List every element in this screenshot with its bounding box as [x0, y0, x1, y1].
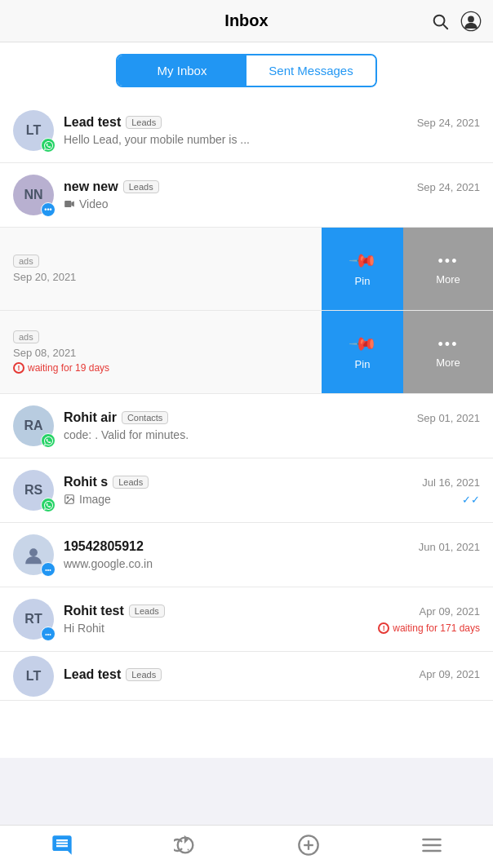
tabs: My Inbox Sent Messages [116, 54, 377, 87]
avatar: LT [13, 110, 54, 151]
list-item[interactable]: ••• 19542805912 Jun 01, 2021 www.google.… [0, 523, 493, 587]
nav-item-refresh[interactable] [161, 834, 210, 857]
message-list: LT Lead test Leads Sep 24, 2021 Hello Le… [0, 99, 493, 758]
message-preview: www.google.co.in [64, 557, 480, 570]
message-preview: Video [64, 197, 480, 210]
avatar: RS [13, 470, 54, 511]
message-header: Lead test Leads Sep 24, 2021 [64, 115, 480, 130]
message-content: Rohit air Contacts Sep 01, 2021 code: . … [64, 410, 480, 441]
refresh-nav-icon [174, 834, 197, 857]
message-header: Rohit test Leads Apr 09, 2021 [64, 604, 480, 618]
list-item[interactable]: LT Lead test Leads Apr 09, 2021 [0, 652, 493, 701]
double-check-icon: ✓✓ [462, 494, 480, 506]
header-icons [429, 11, 482, 32]
svg-marker-5 [71, 202, 74, 207]
chat-nav-icon [51, 834, 73, 857]
svg-point-7 [67, 497, 69, 498]
dots-icon: ••• [438, 336, 459, 353]
message-content: new new Leads Sep 24, 2021 Video [64, 179, 480, 210]
pin-icon: 📌 [347, 246, 377, 276]
menu-nav-icon [420, 834, 443, 857]
chat-badge: ••• [41, 202, 56, 217]
svg-line-1 [443, 24, 447, 29]
dots-icon: ••• [438, 253, 459, 270]
add-nav-icon [297, 834, 320, 857]
tab-my-inbox[interactable]: My Inbox [118, 55, 246, 86]
nav-item-menu[interactable] [407, 834, 456, 857]
message-header: new new Leads Sep 24, 2021 [64, 179, 480, 194]
message-name: Rohit s Leads [64, 475, 149, 489]
whatsapp-badge [41, 498, 56, 512]
profile-icon[interactable] [460, 11, 482, 32]
video-icon [64, 198, 75, 210]
message-name: new new Leads [64, 179, 159, 194]
svg-rect-4 [64, 201, 71, 207]
message-name: 19542805912 [64, 539, 144, 554]
message-name: Lead test Leads [64, 667, 162, 682]
whatsapp-badge [41, 433, 56, 448]
bottom-nav [0, 825, 493, 868]
message-preview: Hello Lead, your mobile number is ... [64, 133, 480, 146]
waiting-icon: ! [13, 362, 24, 374]
svg-point-8 [29, 548, 38, 556]
list-item[interactable]: ads Sep 08, 2021 ! waiting for 19 days 📌… [0, 311, 493, 394]
message-header: Rohit air Contacts Sep 01, 2021 [64, 410, 480, 425]
list-item[interactable]: ads Sep 20, 2021 📌 Pin ••• More [0, 228, 493, 311]
message-content: Lead test Leads Sep 24, 2021 Hello Lead,… [64, 115, 480, 146]
message-name: Rohit air Contacts [64, 410, 168, 425]
more-button[interactable]: ••• More [403, 311, 493, 393]
message-header: Lead test Leads Apr 09, 2021 [64, 667, 480, 682]
list-item[interactable]: RT ••• Rohit test Leads Apr 09, 2021 Hi … [0, 587, 493, 652]
swipe-actions: 📌 Pin ••• More [322, 228, 493, 310]
whatsapp-badge [41, 138, 56, 153]
waiting-badge: ! waiting for 171 days [378, 622, 480, 634]
message-preview: Hi Rohit ! waiting for 171 days [64, 622, 480, 635]
pin-button[interactable]: 📌 Pin [322, 228, 403, 310]
message-header: 19542805912 Jun 01, 2021 [64, 539, 480, 554]
message-content: Rohit s Leads Jul 16, 2021 Image ✓✓ [64, 475, 480, 506]
avatar: LT [13, 656, 54, 697]
nav-item-chat[interactable] [38, 834, 87, 857]
nav-item-add[interactable] [284, 834, 333, 857]
waiting-icon: ! [378, 622, 389, 634]
tab-sent-messages[interactable]: Sent Messages [246, 55, 375, 86]
message-content: Lead test Leads Apr 09, 2021 [64, 667, 480, 685]
page-title: Inbox [224, 11, 268, 30]
tabs-container: My Inbox Sent Messages [0, 42, 493, 99]
avatar: NN ••• [13, 175, 54, 215]
message-content: 19542805912 Jun 01, 2021 www.google.co.i… [64, 539, 480, 570]
message-preview: code: . Valid for minutes. [64, 428, 480, 441]
list-item[interactable]: NN ••• new new Leads Sep 24, 2021 Video [0, 163, 493, 228]
list-item[interactable]: LT Lead test Leads Sep 24, 2021 Hello Le… [0, 99, 493, 163]
message-preview: Image ✓✓ [64, 493, 480, 506]
message-content: Rohit test Leads Apr 09, 2021 Hi Rohit !… [64, 604, 480, 635]
chat-badge: ••• [41, 627, 56, 641]
avatar: RA [13, 405, 54, 446]
more-button[interactable]: ••• More [403, 228, 493, 310]
message-name: Rohit test Leads [64, 604, 165, 618]
avatar: RT ••• [13, 599, 54, 640]
pin-icon: 📌 [347, 329, 377, 359]
message-name: Lead test Leads [64, 115, 162, 130]
header: Inbox [0, 0, 493, 42]
chat-badge: ••• [41, 562, 56, 577]
pin-button[interactable]: 📌 Pin [322, 311, 403, 393]
swipe-actions: 📌 Pin ••• More [322, 311, 493, 393]
list-item[interactable]: RA Rohit air Contacts Sep 01, 2021 code:… [0, 394, 493, 458]
message-header: Rohit s Leads Jul 16, 2021 [64, 475, 480, 489]
image-icon [64, 494, 75, 505]
search-icon[interactable] [429, 11, 451, 32]
avatar: ••• [13, 534, 54, 575]
svg-point-3 [468, 16, 474, 22]
list-item[interactable]: RS Rohit s Leads Jul 16, 2021 Image [0, 458, 493, 523]
